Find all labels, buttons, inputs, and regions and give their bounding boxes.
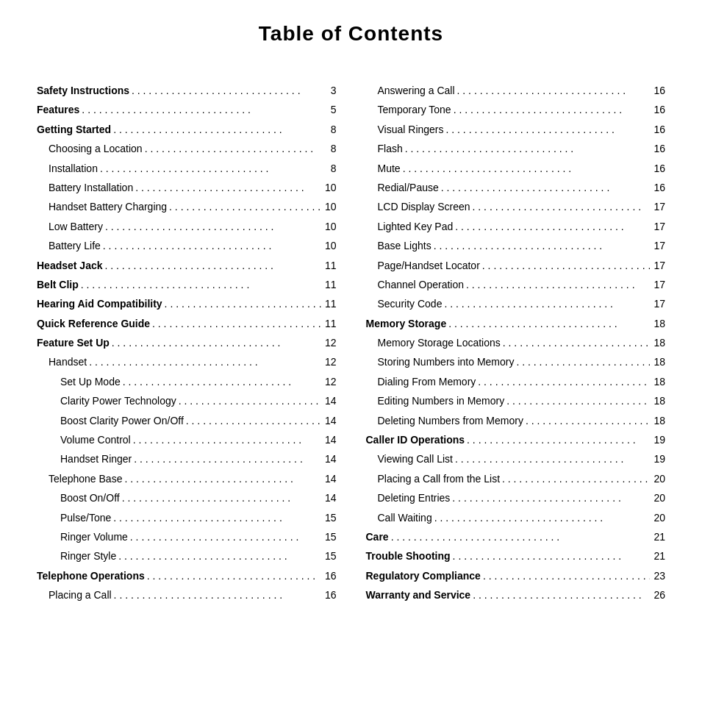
toc-entry: Deleting Numbers from Memory . . . . . .… [366,413,666,429]
toc-label: Clarity Power Technology [37,393,176,409]
toc-entry: Boost On/Off . . . . . . . . . . . . . .… [37,490,337,506]
toc-page-number: 12 [323,354,337,370]
toc-label: Channel Operation [366,276,465,293]
right-column: Answering a Call . . . . . . . . . . . .… [366,82,666,607]
toc-label: Redial/Pause [366,179,439,196]
toc-label: Viewing Call List [366,451,453,467]
toc-page-number: 11 [323,257,337,274]
toc-dots: . . . . . . . . . . . . . . . . . . . . … [145,140,321,157]
toc-label: Regulatory Compliance [366,568,481,584]
toc-dots: . . . . . . . . . . . . . . . . . . . . … [441,179,650,196]
toc-entry: Belt Clip . . . . . . . . . . . . . . . … [37,276,337,293]
toc-page-number: 11 [323,296,337,312]
toc-dots: . . . . . . . . . . . . . . . . . . . . … [516,354,650,370]
toc-label: Ringer Volume [37,529,128,545]
toc-dots: . . . . . . . . . . . . . . . . . . . . … [473,587,650,603]
toc-entry: Flash . . . . . . . . . . . . . . . . . … [366,140,666,157]
toc-page-number: 14 [323,451,337,467]
toc-container: Safety Instructions . . . . . . . . . . … [37,82,665,607]
toc-page-number: 19 [652,451,665,467]
toc-entry: Storing Numbers into Memory . . . . . . … [366,354,666,370]
toc-page-number: 23 [652,568,665,584]
toc-entry: Regulatory Compliance . . . . . . . . . … [366,568,666,584]
toc-page-number: 16 [323,587,337,603]
toc-dots: . . . . . . . . . . . . . . . . . . . . … [457,82,650,99]
toc-dots: . . . . . . . . . . . . . . . . . . . . … [105,218,321,235]
toc-label: Installation [37,160,98,176]
toc-label: Answering a Call [366,82,455,99]
toc-page-number: 8 [323,121,337,138]
toc-dots: . . . . . . . . . . . . . . . . . . . . … [526,413,650,429]
toc-label: Boost Clarity Power On/Off [37,413,184,429]
toc-page-number: 14 [323,432,337,448]
toc-label: Care [366,529,389,545]
toc-label: Low Battery [37,218,103,235]
toc-dots: . . . . . . . . . . . . . . . . . . . . … [448,315,650,332]
toc-page-number: 5 [323,101,337,118]
toc-page-number: 18 [652,315,665,332]
toc-label: Boost On/Off [37,490,120,506]
toc-page-number: 14 [323,471,337,487]
toc-dots: . . . . . . . . . . . . . . . . . . . . … [124,471,320,487]
toc-page-number: 17 [652,199,665,215]
toc-label: Flash [366,140,403,157]
toc-entry: Handset . . . . . . . . . . . . . . . . … [37,354,337,370]
toc-dots: . . . . . . . . . . . . . . . . . . . . … [506,393,650,409]
toc-page-number: 18 [652,335,665,351]
toc-dots: . . . . . . . . . . . . . . . . . . . . … [179,393,321,409]
toc-page-number: 12 [323,335,337,351]
toc-label: Placing a Call from the List [366,471,501,487]
toc-entry: Features . . . . . . . . . . . . . . . .… [37,101,337,118]
toc-entry: Viewing Call List . . . . . . . . . . . … [366,451,666,467]
toc-entry: Handset Ringer . . . . . . . . . . . . .… [37,451,337,467]
toc-dots: . . . . . . . . . . . . . . . . . . . . … [130,529,321,545]
toc-page-number: 14 [323,490,337,506]
toc-dots: . . . . . . . . . . . . . . . . . . . . … [89,354,320,370]
toc-entry: Lighted Key Pad . . . . . . . . . . . . … [366,218,666,235]
toc-entry: Low Battery . . . . . . . . . . . . . . … [37,218,337,235]
toc-entry: Telephone Operations . . . . . . . . . .… [37,568,337,584]
toc-page-number: 17 [652,276,665,293]
toc-page-number: 10 [323,179,337,196]
toc-entry: Set Up Mode . . . . . . . . . . . . . . … [37,374,337,390]
toc-page-number: 16 [652,179,665,196]
toc-page-number: 16 [652,101,665,118]
toc-dots: . . . . . . . . . . . . . . . . . . . . … [452,490,650,506]
toc-dots: . . . . . . . . . . . . . . . . . . . . … [100,160,321,176]
page-title: Table of Contents [37,22,665,46]
toc-page-number: 3 [323,82,337,99]
toc-dots: . . . . . . . . . . . . . . . . . . . . … [403,160,650,176]
toc-label: Getting Started [37,121,111,138]
toc-page-number: 17 [652,238,665,254]
left-column: Safety Instructions . . . . . . . . . . … [37,82,337,607]
toc-dots: . . . . . . . . . . . . . . . . . . . . … [132,82,320,99]
toc-entry: Boost Clarity Power On/Off . . . . . . .… [37,413,337,429]
toc-dots: . . . . . . . . . . . . . . . . . . . . … [118,548,320,564]
toc-dots: . . . . . . . . . . . . . . . . . . . . … [114,587,321,603]
toc-entry: Caller ID Operations . . . . . . . . . .… [366,432,666,448]
toc-label: Telephone Operations [37,568,145,584]
toc-label: Handset [37,354,87,370]
toc-page-number: 16 [652,160,665,176]
toc-dots: . . . . . . . . . . . . . . . . . . . . … [165,296,321,312]
toc-label: Headset Jack [37,257,103,274]
toc-entry: Telephone Base . . . . . . . . . . . . .… [37,471,337,487]
toc-label: Pulse/Tone [37,510,111,526]
toc-entry: Memory Storage . . . . . . . . . . . . .… [366,315,666,332]
toc-entry: Placing a Call from the List . . . . . .… [366,471,666,487]
toc-dots: . . . . . . . . . . . . . . . . . . . . … [503,335,650,351]
toc-dots: . . . . . . . . . . . . . . . . . . . . … [483,568,650,584]
toc-label: Lighted Key Pad [366,218,454,235]
toc-page-number: 18 [652,374,665,390]
toc-page-number: 15 [323,529,337,545]
toc-entry: Temporary Tone . . . . . . . . . . . . .… [366,101,666,118]
toc-dots: . . . . . . . . . . . . . . . . . . . . … [134,451,320,467]
toc-page-number: 21 [652,548,665,564]
toc-dots: . . . . . . . . . . . . . . . . . . . . … [147,568,321,584]
toc-label: Handset Ringer [37,451,132,467]
toc-dots: . . . . . . . . . . . . . . . . . . . . … [466,276,650,293]
toc-dots: . . . . . . . . . . . . . . . . . . . . … [454,101,650,118]
toc-page-number: 14 [323,413,337,429]
toc-page-number: 19 [652,432,665,448]
toc-entry: Deleting Entries . . . . . . . . . . . .… [366,490,666,506]
